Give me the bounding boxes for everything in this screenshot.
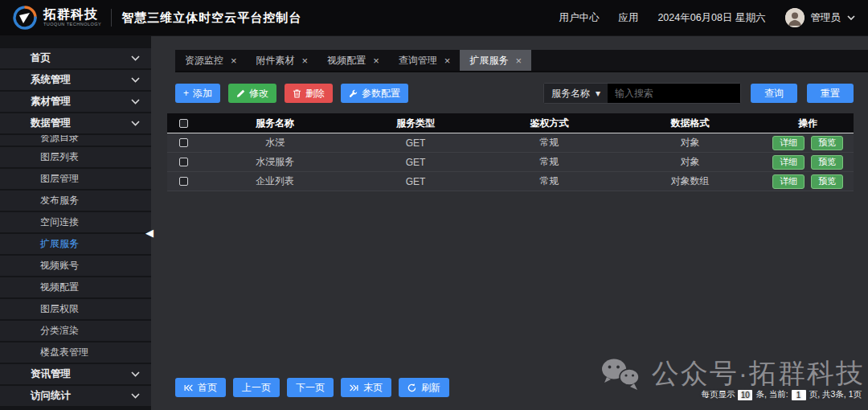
header-actions: 用户中心 应用 2024年06月08日 星期六 管理员 xyxy=(559,8,855,27)
trash-icon xyxy=(293,89,301,98)
tab-attachment-material[interactable]: 附件素材 × xyxy=(247,50,318,71)
sidebar-item-label: 系统管理 xyxy=(31,73,71,87)
search-input[interactable] xyxy=(608,84,740,103)
chevron-down-icon xyxy=(131,99,140,105)
toolbar: + 添加 修改 删除 xyxy=(175,83,854,104)
brand-text: 拓群科技 TUOQUN TECHNOLOGY xyxy=(43,8,101,27)
tab-resource-monitor[interactable]: 资源监控 × xyxy=(175,50,247,71)
detail-button[interactable]: 详细 xyxy=(772,174,805,189)
prev-page-button[interactable]: 上一页 xyxy=(233,378,280,397)
sidebar-item-label: 图层管理 xyxy=(40,172,79,186)
refresh-button[interactable]: 刷新 xyxy=(399,378,449,397)
sidebar-item-label: 资源目录 xyxy=(40,135,79,145)
close-icon[interactable]: × xyxy=(231,55,237,66)
sidebar-item-label: 分类渲染 xyxy=(40,324,79,338)
user-menu[interactable]: 管理员 xyxy=(785,8,856,27)
chevron-down-icon xyxy=(131,371,140,377)
close-icon[interactable]: × xyxy=(373,55,379,66)
table-row[interactable]: 水浸 GET 常规 对象 详细 预览 xyxy=(167,133,854,153)
delete-button[interactable]: 删除 xyxy=(285,84,333,103)
query-button[interactable]: 查询 xyxy=(751,84,797,103)
sidebar-item-material-mgmt[interactable]: 素材管理 xyxy=(0,92,151,112)
sidebar-item-extension-service[interactable]: 扩展服务 xyxy=(0,234,151,254)
row-checkbox[interactable] xyxy=(179,138,188,147)
pagination-info: 每页显示 10 条, 当前: 1 页, 共3条, 1页 xyxy=(701,389,862,400)
detail-button[interactable]: 详细 xyxy=(772,155,805,170)
col-service-name: 服务名称 xyxy=(199,117,350,130)
delete-button-label: 删除 xyxy=(305,87,325,100)
sidebar-item-label: 素材管理 xyxy=(31,95,71,109)
sidebar-item-classified-rendering[interactable]: 分类渲染 xyxy=(0,321,151,341)
cell-data-format: 对象 xyxy=(618,136,762,150)
refresh-icon xyxy=(407,383,416,392)
add-button-label: 添加 xyxy=(193,87,212,100)
col-data-format: 数据格式 xyxy=(618,117,762,130)
preview-button[interactable]: 预览 xyxy=(811,155,843,170)
chevron-down-icon xyxy=(131,55,140,61)
tab-video-config[interactable]: 视频配置 × xyxy=(317,50,389,71)
reset-button[interactable]: 重置 xyxy=(807,84,854,103)
current-page-value[interactable]: 1 xyxy=(792,390,806,400)
col-service-type: 服务类型 xyxy=(350,117,481,130)
row-checkbox[interactable] xyxy=(179,177,188,186)
next-page-button[interactable]: 下一页 xyxy=(287,378,334,397)
sidebar-item-label: 视频账号 xyxy=(40,259,79,273)
chevron-down-icon xyxy=(131,393,140,399)
tab-label: 查询管理 xyxy=(399,54,437,68)
select-all-checkbox[interactable] xyxy=(179,119,188,128)
close-icon[interactable]: × xyxy=(444,55,451,66)
tab-extension-service[interactable]: 扩展服务 × xyxy=(460,50,531,71)
close-icon[interactable]: × xyxy=(302,55,309,66)
sidebar-item-publish-service[interactable]: 发布服务 xyxy=(0,191,151,211)
sidebar-item-label: 视频配置 xyxy=(40,281,79,294)
cell-service-name: 企业列表 xyxy=(199,174,350,188)
last-page-button[interactable]: 末页 xyxy=(341,378,391,397)
sidebar-item-data-mgmt[interactable]: 数据管理 xyxy=(0,113,151,133)
per-page-value[interactable]: 10 xyxy=(738,390,752,400)
nav-apps[interactable]: 应用 xyxy=(618,11,638,25)
plus-icon: + xyxy=(183,88,189,99)
sidebar-item-layer-mgmt[interactable]: 图层管理 xyxy=(0,169,151,189)
params-config-button[interactable]: 参数配置 xyxy=(341,84,408,103)
search-bar: 服务名称 ▾ 查询 重置 xyxy=(543,83,854,104)
first-page-button[interactable]: 首页 xyxy=(175,378,226,397)
table-row[interactable]: 水浸服务 GET 常规 对象 详细 预览 xyxy=(167,153,854,172)
nav-user-center[interactable]: 用户中心 xyxy=(559,11,599,25)
user-avatar-icon xyxy=(785,8,805,27)
col-operations: 操作 xyxy=(762,117,854,130)
sidebar-item-layer-list[interactable]: 图层列表 xyxy=(0,147,151,167)
sidebar-item-video-account[interactable]: 视频账号 xyxy=(0,256,151,276)
row-checkbox[interactable] xyxy=(179,158,188,166)
preview-button[interactable]: 预览 xyxy=(811,174,843,189)
add-button[interactable]: + 添加 xyxy=(175,84,220,103)
sidebar-item-building-table-mgmt[interactable]: 楼盘表管理 xyxy=(0,342,151,363)
table-row[interactable]: 企业列表 GET 常规 对象数组 详细 预览 xyxy=(167,172,854,191)
sidebar-item-label: 图层列表 xyxy=(40,150,79,164)
sidebar-item-video-config[interactable]: 视频配置 xyxy=(0,277,151,297)
preview-button[interactable]: 预览 xyxy=(811,136,843,150)
close-icon[interactable]: × xyxy=(515,55,522,66)
sidebar-item-label: 访问统计 xyxy=(31,389,71,403)
per-page-suffix: 条, 当前: xyxy=(755,389,788,400)
tab-query-mgmt[interactable]: 查询管理 × xyxy=(389,50,461,71)
tab-label: 资源监控 xyxy=(185,54,223,68)
sidebar-item-system-mgmt[interactable]: 系统管理 xyxy=(0,70,151,90)
refresh-label: 刷新 xyxy=(421,381,440,395)
sidebar-item-label: 楼盘表管理 xyxy=(40,346,88,359)
detail-button[interactable]: 详细 xyxy=(772,136,805,150)
pencil-icon xyxy=(236,89,245,98)
sidebar-item-access-stats[interactable]: 访问统计 xyxy=(0,386,151,406)
sidebar-item-spatial-connection[interactable]: 空间连接 xyxy=(0,212,151,232)
sidebar-collapse-icon[interactable]: ◀ xyxy=(145,228,154,238)
sidebar-item-label: 首页 xyxy=(31,51,51,65)
search-combo: 服务名称 ▾ xyxy=(543,83,741,104)
sidebar-item-news-mgmt[interactable]: 资讯管理 xyxy=(0,364,151,384)
sidebar-item-home[interactable]: 首页 xyxy=(0,48,151,68)
sidebar-item-layer-permission[interactable]: 图层权限 xyxy=(0,299,151,319)
search-field-select[interactable]: 服务名称 ▾ xyxy=(544,84,608,103)
edit-button[interactable]: 修改 xyxy=(228,84,276,103)
sidebar-item-label: 图层权限 xyxy=(40,302,79,316)
search-field-label: 服务名称 xyxy=(551,87,590,100)
sidebar-item-label: 数据管理 xyxy=(31,117,71,130)
sidebar-item-resource-catalog[interactable]: 资源目录 xyxy=(0,135,151,146)
